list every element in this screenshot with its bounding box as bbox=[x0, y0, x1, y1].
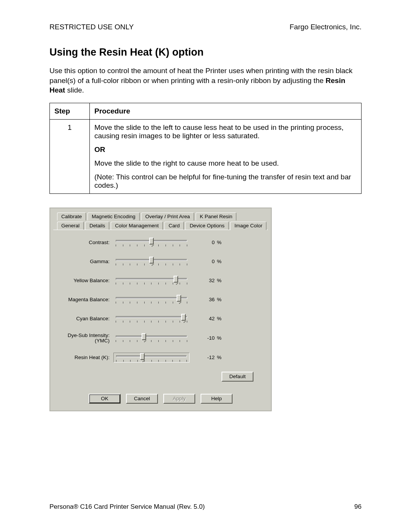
ok-button[interactable]: OK bbox=[89, 394, 121, 404]
slider-row: Resin Heat (K):-12% bbox=[60, 353, 261, 363]
default-button[interactable]: Default bbox=[221, 372, 253, 382]
slider-thumb[interactable] bbox=[174, 276, 178, 283]
slider-value: -10% bbox=[190, 335, 221, 341]
slider-label: Resin Heat (K): bbox=[60, 355, 113, 360]
step-number: 1 bbox=[50, 119, 90, 193]
slider-row: Dye-Sub Intensity: (YMC)-10% bbox=[60, 333, 261, 343]
slider-value: 32% bbox=[190, 278, 221, 283]
note-bold: Note: bbox=[97, 173, 114, 181]
tab-row-2: General Details Color Management Card De… bbox=[53, 220, 268, 230]
tab-device-options[interactable]: Device Options bbox=[185, 222, 229, 230]
slider-row: Gamma:0% bbox=[60, 257, 261, 267]
help-button[interactable]: Help bbox=[201, 394, 233, 404]
slider-row: Yellow Balance:32% bbox=[60, 276, 261, 286]
slider-thumb[interactable] bbox=[181, 314, 186, 321]
footer-left: Persona® C16 Card Printer Service Manual… bbox=[49, 503, 205, 511]
tab-k-panel-resin[interactable]: K Panel Resin bbox=[196, 212, 237, 220]
slider-row: Magenta Balance:36% bbox=[60, 295, 261, 305]
slider-label: Contrast: bbox=[60, 240, 113, 245]
procedure-table: Step Procedure 1 Move the slide to the l… bbox=[49, 103, 362, 194]
slider-track[interactable] bbox=[113, 353, 190, 363]
tab-magnetic-encoding[interactable]: Magnetic Encoding bbox=[88, 212, 140, 220]
col-procedure: Procedure bbox=[90, 103, 362, 119]
tab-overlay-print-area[interactable]: Overlay / Print Area bbox=[141, 212, 194, 220]
slider-row: Contrast:0% bbox=[60, 238, 261, 248]
slider-value: 42% bbox=[190, 316, 221, 321]
header-left: RESTRICTED USE ONLY bbox=[49, 23, 134, 31]
slider-track[interactable] bbox=[113, 333, 190, 343]
tab-calibrate[interactable]: Calibrate bbox=[57, 212, 86, 220]
slider-label: Gamma: bbox=[60, 259, 113, 264]
col-step: Step bbox=[50, 103, 90, 119]
proc-note: (Note: This control can be helpful for f… bbox=[94, 173, 357, 190]
slider-label: Cyan Balance: bbox=[60, 316, 113, 321]
tab-details[interactable]: Details bbox=[85, 222, 109, 230]
slider-label: Yellow Balance: bbox=[60, 278, 113, 283]
slider-track[interactable] bbox=[113, 257, 190, 267]
slider-thumb[interactable] bbox=[142, 333, 146, 340]
slider-row: Cyan Balance:42% bbox=[60, 314, 261, 324]
tab-strip: Calibrate Magnetic Encoding Overlay / Pr… bbox=[50, 208, 271, 385]
slider-thumb[interactable] bbox=[149, 257, 154, 264]
note-rest: This control can be helpful for fine-tun… bbox=[94, 173, 351, 189]
page-title: Using the Resin Heat (K) option bbox=[49, 46, 362, 58]
procedure-cell: Move the slide to the left to cause less… bbox=[90, 119, 362, 193]
slider-track[interactable] bbox=[113, 276, 190, 286]
cancel-button[interactable]: Cancel bbox=[126, 394, 158, 404]
proc-p2: Move the slide to the right to cause mor… bbox=[94, 159, 357, 168]
tab-general[interactable]: General bbox=[57, 222, 84, 230]
tab-color-management[interactable]: Color Management bbox=[111, 222, 163, 230]
header-right: Fargo Electronics, Inc. bbox=[290, 23, 362, 31]
apply-button[interactable]: Apply bbox=[163, 394, 195, 404]
slider-track[interactable] bbox=[113, 238, 190, 248]
slider-value: -12% bbox=[190, 355, 221, 360]
slider-thumb[interactable] bbox=[140, 353, 145, 360]
slider-thumb[interactable] bbox=[149, 238, 154, 244]
intro-pre: Use this option to control the amount of… bbox=[49, 67, 352, 85]
page-header: RESTRICTED USE ONLY Fargo Electronics, I… bbox=[49, 23, 362, 31]
intro-post: slide. bbox=[67, 86, 84, 94]
slider-track[interactable] bbox=[113, 295, 190, 305]
tab-row-1: Calibrate Magnetic Encoding Overlay / Pr… bbox=[53, 211, 268, 220]
slider-value: 36% bbox=[190, 297, 221, 302]
slider-label: Dye-Sub Intensity: (YMC) bbox=[60, 333, 113, 343]
proc-p1: Move the slide to the left to cause less… bbox=[94, 123, 357, 140]
slider-value: 0% bbox=[190, 240, 221, 245]
dialog-actions: OK Cancel Apply Help bbox=[50, 394, 271, 404]
proc-or: OR bbox=[94, 145, 357, 154]
slider-thumb[interactable] bbox=[177, 295, 181, 302]
tab-body: Contrast:0%Gamma:0%Yellow Balance:32%Mag… bbox=[53, 230, 268, 385]
slider-value: 0% bbox=[190, 259, 221, 264]
image-color-dialog: Calibrate Magnetic Encoding Overlay / Pr… bbox=[49, 208, 272, 411]
intro-paragraph: Use this option to control the amount of… bbox=[49, 66, 362, 95]
footer-right: 96 bbox=[354, 503, 362, 511]
tab-card[interactable]: Card bbox=[164, 222, 184, 230]
page-footer: Persona® C16 Card Printer Service Manual… bbox=[49, 503, 362, 511]
tab-image-color[interactable]: Image Color bbox=[230, 222, 267, 230]
slider-label: Magenta Balance: bbox=[60, 297, 113, 302]
slider-track[interactable] bbox=[113, 314, 190, 324]
